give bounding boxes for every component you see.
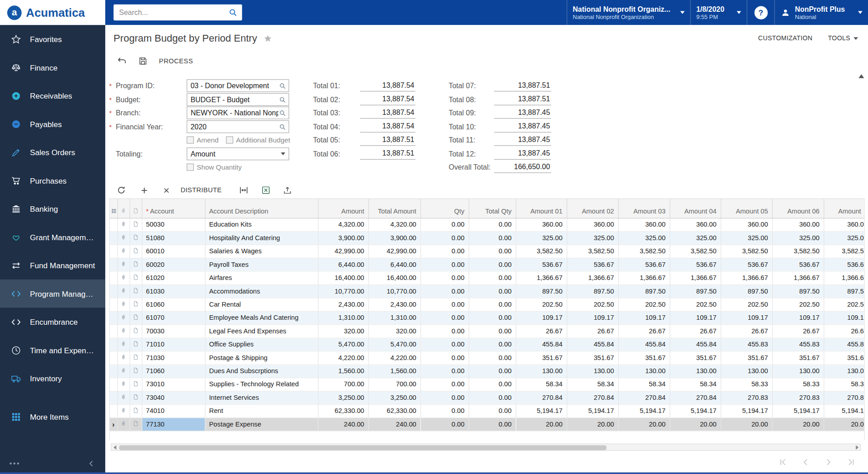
qty-cell[interactable]: 0.00 (420, 284, 469, 298)
note-cell[interactable] (130, 245, 142, 258)
global-search[interactable] (113, 5, 242, 21)
lookup-magnifier-icon[interactable] (279, 123, 286, 131)
sidebar-item-favorites[interactable]: Favorites (0, 25, 105, 53)
sidebar-item-more-items[interactable]: More Items (0, 403, 105, 431)
amount02-cell[interactable]: 20.00 (567, 417, 618, 431)
total-amount-cell[interactable]: 5,470.00 (368, 338, 420, 351)
note-cell[interactable] (130, 258, 142, 271)
note-cell[interactable] (130, 298, 142, 311)
sidebar-item-sales-orders[interactable]: Sales Orders (0, 138, 105, 166)
attachment-cell[interactable] (117, 271, 130, 284)
additional-budget-checkbox[interactable] (226, 137, 233, 144)
horizontal-scrollbar[interactable] (111, 444, 861, 451)
amount-cell[interactable]: 240.00 (318, 417, 369, 431)
attachment-cell[interactable] (117, 245, 130, 258)
row-selector-cell[interactable] (110, 298, 117, 311)
attachments-column-header[interactable] (117, 199, 130, 218)
total-amount-cell[interactable]: 2,430.00 (368, 298, 420, 311)
amount07-cell[interactable]: 130.0 (824, 364, 865, 377)
export-excel-button[interactable] (258, 183, 274, 198)
note-cell[interactable] (130, 218, 142, 231)
amount04-cell[interactable]: 26.67 (670, 324, 721, 337)
attachment-cell[interactable] (117, 364, 130, 377)
attachment-cell[interactable] (117, 338, 130, 351)
amount07-cell[interactable]: 20.0 (824, 417, 865, 431)
amount06-cell[interactable]: 270.83 (772, 391, 824, 404)
attachment-cell[interactable] (117, 351, 130, 364)
brand-logo[interactable]: a Acumatica (0, 0, 105, 25)
amount07-cell[interactable]: 897.5 (824, 284, 865, 298)
amount05-cell[interactable]: 897.50 (721, 284, 772, 298)
description-cell[interactable]: Rent (205, 404, 318, 417)
amount02-cell[interactable]: 109.17 (567, 311, 618, 324)
table-row[interactable]: 61060 Car Rental 2,430.00 2,430.00 0.00 … (110, 298, 865, 311)
qty-cell[interactable]: 0.00 (420, 245, 469, 258)
amend-checkbox[interactable] (187, 137, 194, 144)
financial-year-input[interactable] (191, 123, 279, 131)
row-selector-cell[interactable] (110, 258, 117, 271)
program-id-input[interactable] (191, 81, 279, 90)
amount03-cell[interactable]: 3,582.50 (618, 245, 670, 258)
row-selector-cell[interactable] (110, 391, 117, 404)
amount05-cell[interactable]: 20.00 (721, 417, 772, 431)
favorite-star-icon[interactable] (263, 33, 272, 43)
sidebar-item-inventory[interactable]: Inventory (0, 364, 105, 393)
amount04-cell[interactable]: 351.67 (670, 351, 721, 364)
total-qty-cell[interactable]: 0.00 (469, 404, 516, 417)
note-cell[interactable] (130, 417, 142, 431)
total-qty-cell[interactable]: 0.00 (469, 378, 516, 391)
amount05-cell[interactable]: 325.00 (721, 231, 772, 244)
amount02-cell[interactable]: 270.84 (567, 391, 618, 404)
qty-cell[interactable]: 0.00 (420, 218, 469, 231)
notes-column-header[interactable] (130, 199, 142, 218)
show-quantity-checkbox[interactable] (187, 164, 194, 171)
amount02-cell[interactable]: 58.34 (567, 378, 618, 391)
amount05-cell[interactable]: 5,194.17 (721, 404, 772, 417)
total-qty-cell[interactable]: 0.00 (469, 417, 516, 431)
program-id-field[interactable] (187, 79, 289, 92)
amount03-cell[interactable]: 5,194.17 (618, 404, 670, 417)
scrollbar-thumb[interactable] (119, 445, 607, 450)
row-selector-cell[interactable] (110, 245, 117, 258)
qty-cell[interactable]: 0.00 (420, 404, 469, 417)
import-records-button[interactable] (280, 183, 296, 198)
total-amount-cell[interactable]: 4,320.00 (368, 218, 420, 231)
attachment-cell[interactable] (117, 231, 130, 244)
qty-cell[interactable]: 0.00 (420, 338, 469, 351)
description-cell[interactable]: Internet Services (205, 391, 318, 404)
sidebar-item-payables[interactable]: Payables (0, 110, 105, 138)
qty-cell[interactable]: 0.00 (420, 417, 469, 431)
amount04-cell[interactable]: 202.50 (670, 298, 721, 311)
amount01-cell[interactable]: 26.67 (516, 324, 567, 337)
amount06-cell[interactable]: 325.00 (772, 231, 824, 244)
branch-input[interactable] (191, 109, 279, 117)
note-cell[interactable] (130, 338, 142, 351)
company-switcher[interactable]: National Nonprofit Organiz... National N… (567, 0, 690, 25)
note-cell[interactable] (130, 324, 142, 337)
amount03-cell[interactable]: 26.67 (618, 324, 670, 337)
column-header-amount03[interactable]: Amount 03 (618, 199, 670, 218)
last-page-button[interactable] (846, 457, 856, 467)
total-amount-cell[interactable]: 4,220.00 (368, 351, 420, 364)
amount04-cell[interactable]: 360.00 (670, 218, 721, 231)
total-qty-cell[interactable]: 0.00 (469, 258, 516, 271)
account-cell[interactable]: 71030 (142, 351, 205, 364)
amount03-cell[interactable]: 130.00 (618, 364, 670, 377)
amount-cell[interactable]: 62,330.00 (318, 404, 369, 417)
column-header-amount04[interactable]: Amount 04 (670, 199, 721, 218)
row-selector-cell[interactable] (110, 231, 117, 244)
amount01-cell[interactable]: 58.34 (516, 378, 567, 391)
amount-cell[interactable]: 4,320.00 (318, 218, 369, 231)
attachment-cell[interactable] (117, 391, 130, 404)
total-amount-cell[interactable]: 320.00 (368, 324, 420, 337)
amount01-cell[interactable]: 351.67 (516, 351, 567, 364)
amount07-cell[interactable]: 325.0 (824, 231, 865, 244)
row-selector-cell[interactable] (110, 311, 117, 324)
attachment-cell[interactable] (117, 258, 130, 271)
amount04-cell[interactable]: 455.84 (670, 338, 721, 351)
total-qty-cell[interactable]: 0.00 (469, 364, 516, 377)
amount07-cell[interactable]: 536.6 (824, 258, 865, 271)
amount01-cell[interactable]: 360.00 (516, 218, 567, 231)
amount02-cell[interactable]: 455.84 (567, 338, 618, 351)
description-cell[interactable]: Supplies - Technology Related (205, 378, 318, 391)
